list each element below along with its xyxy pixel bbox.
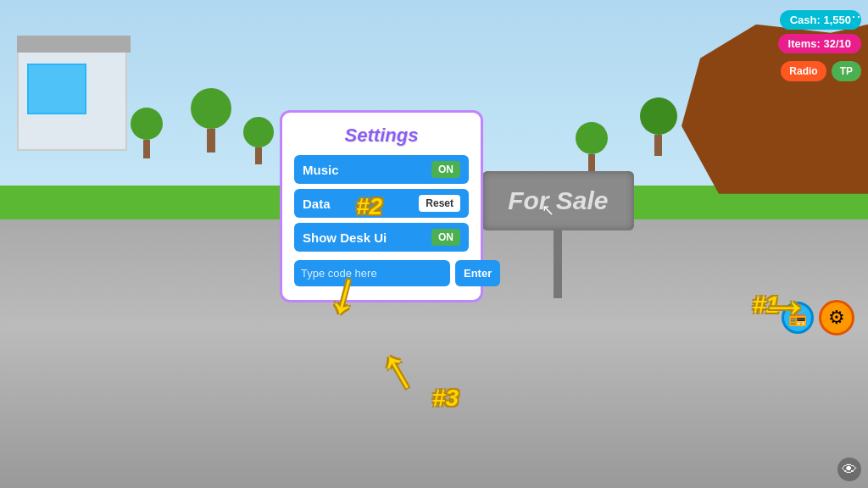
for-sale-sign: For Sale [482, 171, 633, 298]
gear-icon[interactable]: ⚙ [819, 300, 854, 336]
code-row: Enter [294, 260, 469, 286]
tree-1 [131, 108, 163, 158]
enter-button[interactable]: Enter [455, 260, 500, 286]
show-desk-ui-row: Show Desk Ui ON [294, 223, 469, 252]
for-sale-pole [554, 230, 562, 298]
for-sale-text: For Sale [508, 186, 608, 214]
for-sale-board: For Sale [482, 171, 633, 230]
settings-panel: Settings Music ON Data Reset Show Desk U… [280, 110, 483, 302]
building-window [27, 64, 86, 114]
more-options-button[interactable]: ⋯ [846, 7, 861, 25]
tree-5 [576, 122, 608, 171]
settings-title: Settings [294, 125, 469, 147]
radio-icon[interactable]: 📻 [782, 302, 814, 334]
show-desk-ui-toggle[interactable]: ON [431, 229, 460, 246]
data-row: Data Reset [294, 189, 469, 218]
music-toggle[interactable]: ON [431, 161, 460, 178]
music-label: Music [303, 163, 339, 177]
tree-2 [191, 88, 231, 152]
hud-buttons: Radio TP [781, 61, 861, 81]
tp-button[interactable]: TP [832, 61, 861, 81]
show-desk-ui-label: Show Desk Ui [303, 230, 387, 245]
radio-button[interactable]: Radio [781, 61, 826, 81]
tree-4 [640, 97, 677, 156]
items-badge: Items: 32/10 [778, 34, 861, 53]
data-reset-button[interactable]: Reset [419, 195, 460, 212]
code-input[interactable] [294, 260, 450, 286]
tree-3 [243, 117, 274, 164]
gear-area: 📻 ⚙ [782, 300, 854, 336]
building-roof [17, 36, 131, 53]
music-row: Music ON [294, 155, 469, 184]
eye-icon: 👁 [837, 458, 861, 481]
building [17, 49, 127, 151]
data-label: Data [303, 197, 331, 211]
